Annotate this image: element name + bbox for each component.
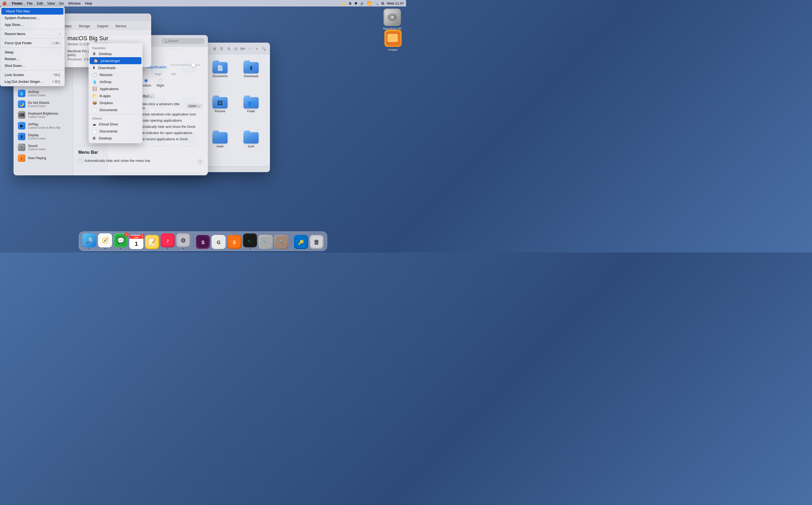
tab-service[interactable]: Service	[112, 23, 129, 29]
menu-lock-screen[interactable]: Lock Screen ^⌘Q	[0, 71, 64, 78]
dock-finder[interactable]: 🔎	[82, 233, 96, 249]
autohide-menubar-checkbox[interactable]	[78, 159, 82, 163]
sidebar-item-airdrop[interactable]: 💧 AirDrop Control Center	[15, 88, 72, 99]
finder-sort-button[interactable]: ⊞▾	[240, 45, 246, 51]
dropdown-documents-fav[interactable]: 📄 Documents	[89, 106, 143, 113]
finder-more-button[interactable]: »	[254, 45, 260, 51]
dropdown-downloads[interactable]: ⬇ Downloads	[89, 64, 143, 71]
dock-trash[interactable]: 🗑	[310, 235, 324, 249]
dropdown-desktop-icloud[interactable]: 🖥 Desktop	[89, 135, 143, 142]
sidebar-item-sound[interactable]: 🔊 Sound Control Center	[15, 142, 72, 153]
finder-item-buck[interactable]: buck	[237, 129, 266, 162]
desktop-icon-images[interactable]: Images	[384, 30, 402, 51]
menubar-edit[interactable]: Edit	[37, 1, 43, 5]
dock-syspref[interactable]: ⚙	[176, 233, 190, 249]
menubar-help[interactable]: Help	[85, 1, 92, 5]
dock-sublime[interactable]: S	[227, 235, 241, 249]
menu-force-quit[interactable]: Force Quit Finder ⌥⌘⎋	[0, 40, 64, 46]
menubar-file[interactable]: File	[27, 1, 33, 5]
dock-slack[interactable]: S	[196, 235, 210, 249]
finder-item-downloads[interactable]: ⬇ Downloads	[237, 59, 266, 92]
calendar-badge: 1	[140, 234, 144, 238]
pictures-folder-icon: 🖼	[213, 96, 228, 109]
sidebar-item-do-not-disturb[interactable]: 🌙 Do Not Disturb Control Center	[15, 99, 72, 110]
desktop-icon-macintosh-hd[interactable]: Macintosh HD	[383, 9, 402, 30]
public-folder-icon: 👥	[244, 96, 259, 109]
finder-list-view-button[interactable]: ☰	[219, 45, 225, 51]
chevron-down-icon-2: ⌄	[197, 104, 200, 108]
dropdown-icloud-drive[interactable]: ☁ iCloud Drive	[89, 121, 143, 128]
mask-folder-icon	[213, 131, 228, 144]
dock-calendar[interactable]: JUN 1 1	[129, 235, 143, 249]
menu-about-this-mac[interactable]: About This Mac	[1, 8, 63, 15]
sidebar-item-display[interactable]: 🖥 Display Control Center	[15, 131, 72, 142]
tab-support[interactable]: Support	[94, 23, 112, 29]
dropdown-airdrop[interactable]: 💧 AirDrop	[89, 78, 143, 85]
menu-divider-2	[0, 38, 64, 39]
finder-gallery-view-button[interactable]: ⊡	[233, 45, 239, 51]
finder-icon-view-button[interactable]: ⊞	[212, 45, 218, 51]
dnd-sidebar-icon: 🌙	[18, 100, 25, 108]
bluetooth-icon[interactable]: ✱	[355, 1, 358, 5]
sound-icon[interactable]: 🔊	[360, 1, 365, 5]
menubar-window[interactable]: Window	[68, 1, 81, 5]
dock-xcode[interactable]: 🔧	[259, 235, 273, 249]
position-right-radio[interactable]	[158, 79, 162, 82]
dropdown-recents[interactable]: 🕐 Recents	[89, 71, 143, 78]
menu-recent-items[interactable]: Recent Items ›	[0, 30, 64, 37]
menubar-go[interactable]: Go	[59, 1, 64, 5]
menu-system-preferences[interactable]: System Preferences…	[0, 15, 64, 21]
terminal-dock-icon: >_	[243, 233, 257, 247]
magnify-slider-thumb[interactable]	[191, 63, 195, 67]
finder-item-mask[interactable]: mask	[206, 129, 235, 162]
double-click-select[interactable]: zoom ⌄	[186, 104, 202, 109]
apple-menu-trigger[interactable]: 🍎	[2, 1, 6, 5]
dock-safari[interactable]: 🧭	[98, 233, 112, 249]
search-icon[interactable]: 🔍	[374, 1, 379, 5]
menubar-app-name[interactable]: Finder	[12, 1, 23, 5]
dock-1password[interactable]: 🔑	[294, 235, 308, 249]
sidebar-item-airplay[interactable]: ▶ AirPlay Control Center & Menu Bar	[15, 120, 72, 131]
menu-restart[interactable]: Restart…	[0, 55, 64, 62]
dropdown-desktop[interactable]: 🖥 Desktop	[89, 50, 143, 57]
menu-sleep[interactable]: Sleep	[0, 49, 64, 55]
display-icon[interactable]: 🖥	[348, 1, 352, 5]
finder-search-button[interactable]: 🔍	[261, 45, 267, 51]
finder-share-button[interactable]: ↑	[247, 45, 253, 51]
dock-messages[interactable]: 💬 1	[114, 233, 128, 249]
finder-column-view-button[interactable]: ⊟	[226, 45, 232, 51]
syspref-search-input[interactable]	[161, 38, 205, 44]
position-right[interactable]: Right	[157, 79, 164, 88]
menu-app-store[interactable]: App Store…	[0, 21, 64, 28]
dropdown-dropbox[interactable]: 📦 Dropbox	[89, 99, 143, 106]
dropdown-lil-apps[interactable]: 📁 lil-apps	[89, 92, 143, 99]
finder-item-pictures[interactable]: 🖼 Pictures	[206, 94, 235, 127]
magnify-slider-labels: min	[171, 72, 200, 75]
wifi-icon[interactable]: 📶	[367, 1, 372, 5]
dropdown-applications[interactable]: 🪟 Applications	[89, 85, 143, 92]
dropdown-documents-icloud[interactable]: 📄 Documents	[89, 128, 143, 135]
sidebar-item-keyboard-brightness[interactable]: ⌨ Keyboard Brightness Control Center	[15, 110, 72, 120]
music-dot	[167, 248, 168, 249]
finder-item-public[interactable]: 👥 Public	[237, 94, 266, 127]
dock-music[interactable]: ♪	[161, 233, 175, 249]
dock-terminal[interactable]: >_	[243, 233, 257, 249]
dock-glyphs[interactable]: G	[212, 235, 226, 249]
position-bottom-radio[interactable]	[144, 79, 148, 82]
control-center-icon[interactable]: ⊞	[381, 1, 384, 5]
checkbox-autohide-menubar[interactable]: Automatically hide and show the menu bar	[78, 159, 150, 163]
dropdown-jordansinger[interactable]: 🏠 jordansinger	[90, 57, 141, 64]
finder-item-documents[interactable]: 📄 Documents	[206, 59, 235, 92]
help-button[interactable]: ?	[197, 159, 202, 164]
dock-hammer[interactable]: 🔨	[274, 235, 288, 249]
menubar-view[interactable]: View	[47, 1, 55, 5]
dock-notes[interactable]: 📝	[145, 235, 159, 249]
menu-divider-4	[0, 70, 64, 70]
menu-divider-1	[0, 29, 64, 29]
menu-shut-down[interactable]: Shut Down…	[0, 62, 64, 69]
tab-storage[interactable]: Storage	[75, 23, 93, 29]
sidebar-item-now-playing[interactable]: ♪ Now Playing	[15, 153, 72, 163]
moon-icon[interactable]: 🌙	[341, 1, 346, 5]
menu-log-out[interactable]: Log Out Jordan Singer… ⇧⌘Q	[0, 78, 64, 85]
magnify-slider[interactable]	[170, 64, 200, 65]
